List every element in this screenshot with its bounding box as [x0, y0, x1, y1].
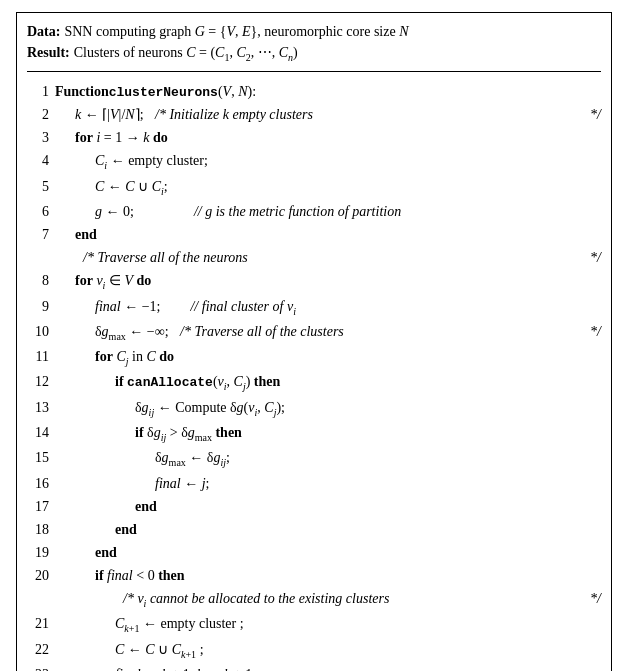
line-2-content: k ← ⌈|V|/N⌉; /* Initialize k empty clust…: [75, 103, 313, 126]
line-num-8: 8: [27, 269, 49, 292]
line-7-content: end: [75, 223, 97, 246]
line-8: 8 for vi ∈ V do: [27, 269, 601, 294]
line-14: 14 if δgij > δgmax then: [27, 421, 601, 446]
line-10: 10 δgmax ← −∞; /* Traverse all of the cl…: [27, 320, 601, 345]
line-num-3: 3: [27, 126, 49, 149]
line-12: 12 if canAllocate(vi, Cj) then: [27, 370, 601, 395]
result-line: Result: Clusters of neurons C = (C1, C2,…: [27, 42, 601, 65]
result-text: Clusters of neurons C = (C1, C2, ⋯, Cn): [74, 42, 298, 65]
line-6-content: g ← 0;: [95, 200, 134, 223]
line-12-content: if canAllocate(vi, Cj) then: [115, 370, 280, 395]
line-3: 3 for i = 1 → k do: [27, 126, 601, 149]
line-18: 18 end: [27, 518, 601, 541]
comment-traverse-content: /* Traverse all of the neurons: [75, 246, 248, 269]
function-keyword: Function: [55, 80, 109, 103]
line-num-2: 2: [27, 103, 49, 126]
line-18-content: end: [115, 518, 137, 541]
line-13: 13 δgij ← Compute δg(vi, Cj);: [27, 396, 601, 421]
line-num-10: 10: [27, 320, 49, 343]
line-num-6: 6: [27, 200, 49, 223]
line-8-content: for vi ∈ V do: [75, 269, 151, 294]
line-23: 23 final ← k + 1, k ← k + 1;: [27, 663, 601, 671]
line-num-16: 16: [27, 472, 49, 495]
line-21-content: Ck+1 ← empty cluster ;: [115, 612, 244, 637]
comment-traverse-neurons: /* Traverse all of the neurons */: [27, 246, 601, 269]
line-9-comment: // final cluster of vi: [190, 295, 295, 320]
line-17: 17 end: [27, 495, 601, 518]
data-text: SNN computing graph G = {V, E}, neuromor…: [64, 21, 408, 42]
line-10-comment: */: [590, 320, 601, 343]
algorithm-box: Data: SNN computing graph G = {V, E}, ne…: [16, 12, 612, 671]
line-num-17: 17: [27, 495, 49, 518]
line-9: 9 final ← −1; // final cluster of vi: [27, 295, 601, 320]
line-num-18: 18: [27, 518, 49, 541]
line-11: 11 for Cj in C do: [27, 345, 601, 370]
data-line: Data: SNN computing graph G = {V, E}, ne…: [27, 21, 601, 42]
line-4-content: Ci ← empty cluster;: [95, 149, 208, 174]
line-3-content: for i = 1 → k do: [75, 126, 168, 149]
function-params: (V, N):: [218, 80, 256, 103]
line-22: 22 C ← C ∪ Ck+1 ;: [27, 638, 601, 663]
line-9-content: final ← −1;: [95, 295, 160, 318]
line-5-content: C ← C ∪ Ci;: [95, 175, 168, 200]
line-num-23: 23: [27, 663, 49, 671]
algorithm-body: 1 Function clusterNeurons (V, N): 2 k ← …: [27, 76, 601, 671]
line-22-content: C ← C ∪ Ck+1 ;: [115, 638, 204, 663]
line-21: 21 Ck+1 ← empty cluster ;: [27, 612, 601, 637]
line-num-15: 15: [27, 446, 49, 469]
function-name: clusterNeurons: [109, 82, 218, 103]
line-num-20: 20: [27, 564, 49, 587]
line-11-content: for Cj in C do: [95, 345, 174, 370]
line-num-19: 19: [27, 541, 49, 564]
line-20: 20 if final < 0 then: [27, 564, 601, 587]
comment-cannot-allocate: /* vi cannot be allocated to the existin…: [27, 587, 601, 612]
line-6-comment: // g is the metric function of partition: [194, 200, 401, 223]
line-7: 7 end: [27, 223, 601, 246]
line-5: 5 C ← C ∪ Ci;: [27, 175, 601, 200]
line-16: 16 final ← j;: [27, 472, 601, 495]
line-2: 2 k ← ⌈|V|/N⌉; /* Initialize k empty clu…: [27, 103, 601, 126]
line-15: 15 δgmax ← δgij;: [27, 446, 601, 471]
comment-traverse-end: */: [590, 246, 601, 269]
line-13-content: δgij ← Compute δg(vi, Cj);: [135, 396, 285, 421]
line-num-12: 12: [27, 370, 49, 393]
function-declaration: 1 Function clusterNeurons (V, N):: [27, 80, 601, 103]
line-20-content: if final < 0 then: [95, 564, 185, 587]
line-num-1: 1: [27, 80, 49, 103]
line-4: 4 Ci ← empty cluster;: [27, 149, 601, 174]
line-num-22: 22: [27, 638, 49, 661]
line-num-9: 9: [27, 295, 49, 318]
line-2-comment: */: [590, 103, 601, 126]
line-19: 19 end: [27, 541, 601, 564]
line-17-content: end: [135, 495, 157, 518]
line-14-content: if δgij > δgmax then: [135, 421, 242, 446]
comment-cannot-content: /* vi cannot be allocated to the existin…: [115, 587, 389, 612]
line-16-content: final ← j;: [155, 472, 209, 495]
line-15-content: δgmax ← δgij;: [155, 446, 230, 471]
line-num-7: 7: [27, 223, 49, 246]
data-label: Data:: [27, 21, 60, 42]
line-num-5: 5: [27, 175, 49, 198]
line-10-content: δgmax ← −∞; /* Traverse all of the clust…: [95, 320, 344, 345]
line-num-21: 21: [27, 612, 49, 635]
line-19-content: end: [95, 541, 117, 564]
result-label: Result:: [27, 42, 70, 65]
line-num-4: 4: [27, 149, 49, 172]
line-num-14: 14: [27, 421, 49, 444]
comment-cannot-end: */: [590, 587, 601, 610]
line-num-11: 11: [27, 345, 49, 368]
line-6: 6 g ← 0; // g is the metric function of …: [27, 200, 601, 223]
line-num-13: 13: [27, 396, 49, 419]
algorithm-header: Data: SNN computing graph G = {V, E}, ne…: [27, 21, 601, 72]
line-23-content: final ← k + 1, k ← k + 1;: [115, 663, 256, 671]
